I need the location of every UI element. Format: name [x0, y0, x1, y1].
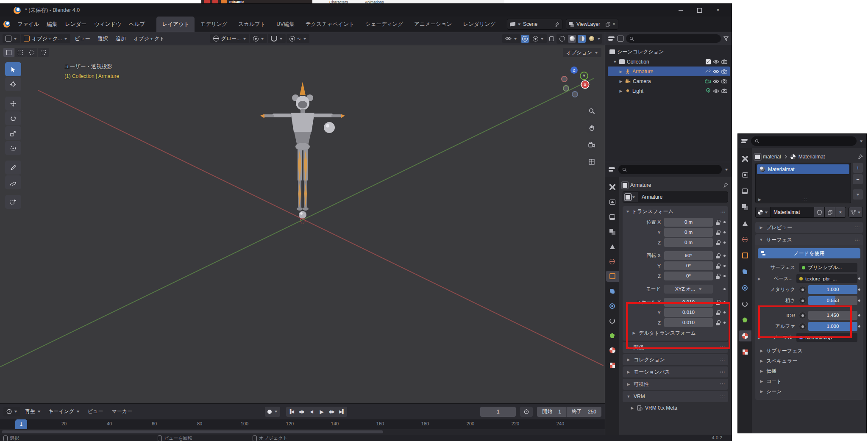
- animate-dot-icon[interactable]: [723, 275, 726, 277]
- lock-icon[interactable]: [716, 263, 721, 269]
- socket-icon[interactable]: [799, 297, 806, 304]
- tab-tool[interactable]: [739, 153, 751, 164]
- remove-slot-button[interactable]: −: [853, 174, 863, 184]
- surface-shader-field[interactable]: プリンシプル...: [799, 263, 857, 272]
- scene-selector[interactable]: ▼ Scene: [507, 19, 562, 30]
- workspace-tab-layout[interactable]: レイアウト: [156, 17, 195, 32]
- workspace-tab-texturepaint[interactable]: テクスチャペイント: [300, 17, 360, 32]
- tool-measure[interactable]: [5, 175, 21, 189]
- tab-scene[interactable]: [606, 241, 619, 252]
- tab-modifiers[interactable]: [739, 266, 751, 277]
- playhead[interactable]: 1: [15, 419, 27, 429]
- tab-animations[interactable]: Animations: [365, 0, 384, 4]
- tab-characters[interactable]: Characters: [329, 0, 348, 4]
- transform-panel-header[interactable]: ▼ トランスフォーム ∷∷: [623, 206, 728, 217]
- select-circle-button[interactable]: [26, 48, 37, 57]
- properties-editor-type-button[interactable]: [741, 138, 748, 144]
- panel-grip-icon[interactable]: ∷∷: [721, 210, 725, 214]
- slot-specials-button[interactable]: ▼: [853, 189, 863, 200]
- blender-menu-icon[interactable]: [3, 21, 10, 28]
- play-button[interactable]: ▶: [317, 409, 327, 415]
- visibility-dropdown[interactable]: ▼: [502, 34, 520, 43]
- zoom-icon[interactable]: [586, 105, 597, 116]
- timeline-menu-playback[interactable]: 再生▼: [22, 407, 44, 416]
- disable-render-icon[interactable]: [721, 89, 727, 93]
- specular-subpanel[interactable]: ▶スペキュラー: [758, 356, 860, 366]
- panel-grip-icon[interactable]: ∷∷: [721, 358, 724, 362]
- location-y-field[interactable]: 0 m: [664, 228, 713, 237]
- axis-y-neg-ball[interactable]: [563, 85, 569, 92]
- vrm-panel[interactable]: ▼VRM∷∷: [623, 391, 728, 402]
- select-tweak-button[interactable]: [3, 48, 14, 57]
- unlink-icon[interactable]: ×: [612, 21, 615, 27]
- tab-world[interactable]: [606, 256, 619, 267]
- use-preview-range-button[interactable]: [520, 407, 533, 417]
- jump-to-start-button[interactable]: ▐◀: [286, 409, 296, 414]
- mode-dropdown[interactable]: オブジェク...▼: [21, 34, 70, 43]
- outliner-editor-type-button[interactable]: [608, 36, 615, 42]
- panel-grip-icon[interactable]: ∷∷: [855, 238, 859, 242]
- motion-paths-panel[interactable]: ▶モーションパス∷∷: [623, 366, 728, 377]
- menu-add[interactable]: 追加: [112, 35, 129, 42]
- tab-viewlayer[interactable]: [739, 202, 751, 213]
- tab-texture[interactable]: [606, 360, 619, 371]
- tab-world[interactable]: [739, 234, 751, 245]
- axis-z-neg-ball[interactable]: [572, 91, 578, 97]
- axis-y-ball[interactable]: Y: [580, 72, 588, 80]
- hide-eye-icon[interactable]: [713, 60, 719, 64]
- prev-keyframe-button[interactable]: ◀◆: [296, 409, 306, 414]
- tool-move[interactable]: [5, 97, 21, 111]
- tool-rotate[interactable]: [5, 111, 21, 125]
- location-z-field[interactable]: 0 m: [664, 238, 713, 247]
- timeline-ruler[interactable]: 1 20 40 60 80 100 120 140 160 180 200 22…: [0, 419, 605, 429]
- tab-viewlayer[interactable]: [606, 226, 619, 237]
- outliner-display-mode-icon[interactable]: [618, 36, 623, 42]
- rotation-mode-dropdown[interactable]: XYZ オ...▼: [664, 285, 713, 294]
- timeline-editor-type-button[interactable]: ▼: [3, 407, 20, 416]
- animate-dot-icon[interactable]: [858, 288, 860, 291]
- breadcrumb-object[interactable]: material: [763, 154, 781, 160]
- tab-texture[interactable]: [739, 347, 751, 358]
- pin-icon[interactable]: [555, 22, 559, 27]
- workspace-tab-animation[interactable]: アニメーション: [409, 17, 457, 32]
- preview-panel[interactable]: ▶プレビュー∷∷: [755, 222, 863, 233]
- menu-render[interactable]: レンダー: [61, 17, 90, 32]
- animate-dot-icon[interactable]: [723, 241, 726, 244]
- timeline-scrollbar[interactable]: [0, 429, 605, 435]
- timeline-menu-view[interactable]: ビュー: [84, 408, 107, 415]
- rotation-x-field[interactable]: 90°: [664, 251, 713, 260]
- panel-grip-icon[interactable]: ∷∷: [855, 225, 859, 230]
- axis-z-ball[interactable]: Z: [570, 67, 578, 74]
- disable-render-icon[interactable]: [721, 69, 727, 74]
- expander-icon[interactable]: ▶: [619, 89, 623, 93]
- socket-icon[interactable]: [799, 286, 806, 293]
- properties-editor-type-button[interactable]: [609, 166, 615, 172]
- surface-panel-header[interactable]: ▼サーフェス∷∷: [755, 234, 863, 245]
- transmission-subpanel[interactable]: ▶伝播: [758, 366, 860, 376]
- properties-search-input[interactable]: [618, 165, 722, 174]
- tool-select-box[interactable]: [5, 62, 21, 76]
- menu-edit[interactable]: 編集: [43, 17, 61, 32]
- tab-object-data[interactable]: [606, 330, 619, 341]
- use-nodes-button[interactable]: ノードを使用: [758, 248, 860, 258]
- panel-grip-icon[interactable]: ∷∷: [721, 370, 724, 374]
- outliner-row-collection[interactable]: ▼ Collection: [608, 57, 730, 67]
- shading-solid-button[interactable]: [568, 35, 576, 43]
- object-name-field[interactable]: Armature: [638, 191, 728, 202]
- frame-start-field[interactable]: 開始1: [537, 407, 566, 417]
- hide-eye-icon[interactable]: [713, 89, 719, 93]
- vrm-meta-subpanel[interactable]: ▶ VRM 0.x Meta: [623, 403, 728, 413]
- lock-icon[interactable]: [716, 253, 721, 258]
- unlink-icon[interactable]: ×: [835, 207, 846, 218]
- tab-material[interactable]: [739, 330, 751, 341]
- current-frame-field[interactable]: 1: [480, 407, 516, 417]
- jump-to-end-button[interactable]: ▶▌: [337, 409, 347, 414]
- shading-rendered-button[interactable]: [587, 35, 595, 43]
- panel-grip-icon[interactable]: ∷∷: [721, 382, 724, 386]
- pan-hand-icon[interactable]: [586, 122, 597, 133]
- panel-grip-icon[interactable]: ∷∷: [721, 394, 724, 399]
- axis-x-ball[interactable]: X: [581, 81, 589, 88]
- pin-icon[interactable]: [858, 154, 863, 159]
- slot-grip-icon[interactable]: ∷∷: [803, 197, 807, 202]
- hide-eye-icon[interactable]: [713, 69, 719, 74]
